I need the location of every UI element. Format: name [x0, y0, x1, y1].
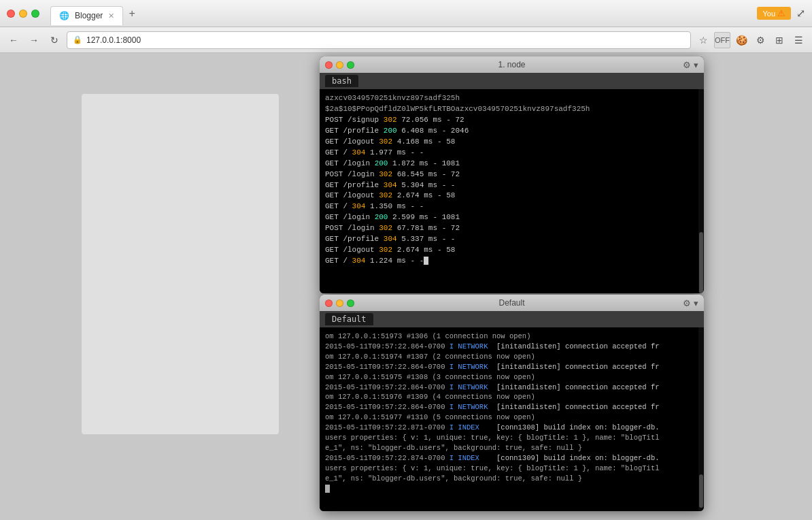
term-line: om 127.0.0.1:51976 #1309 (4 connections …	[325, 392, 698, 402]
term-line: om 127.0.0.1:51975 #1308 (3 connections …	[325, 372, 698, 383]
term-line: 2015-05-11T09:57:22.874-0700 I INDEX [co…	[325, 453, 698, 464]
settings-icon-button[interactable]: ⚙	[752, 32, 768, 48]
bookmark-button[interactable]: ☆	[695, 32, 711, 48]
scrollbar-track-2[interactable]	[698, 327, 704, 511]
term-line: 2015-05-11T09:57:22.864-0700 I NETWORK […	[325, 362, 698, 372]
terminal-tab-bar-1: bash	[320, 73, 704, 89]
term-line: GET / 304 1.350 ms - -	[325, 201, 698, 212]
browser-content: 1. node ⚙ ▾ bash azxcv0349570251knvz897s…	[0, 53, 812, 520]
gear-icon[interactable]: ⚙	[683, 60, 691, 70]
terminal-titlebar-2: Default ⚙ ▾	[320, 295, 704, 311]
terminal-body-1[interactable]: azxcv0349570251knvz897sadf325h $2a$10$PP…	[320, 89, 704, 293]
browser-toolbar: ← → ↻ 🔒 127.0.0.1:8000 ☆ OFF 🍪 ⚙ ⊞ ☰	[0, 27, 812, 53]
term-line: GET /logout 302 2.674 ms - 58	[325, 191, 698, 201]
term-line: azxcv0349570251knvz897sadf325h	[325, 93, 698, 104]
menu-button[interactable]: ☰	[790, 32, 807, 48]
term-fullscreen-button-2[interactable]	[347, 299, 354, 307]
term-line: GET /profile 304 5.337 ms - -	[325, 234, 698, 245]
term-line: $2a$10$PPopQdfldZ0lWP5kfLRTBOazxcv034957…	[325, 104, 698, 115]
terminal-title-2: Default	[498, 298, 524, 308]
term-line: 2015-05-11T09:57:22.864-0700 I NETWORK […	[325, 383, 698, 393]
term-window-buttons-2	[325, 299, 354, 307]
chevron-down-icon-2[interactable]: ▾	[694, 298, 698, 308]
default-tab[interactable]: Default	[325, 313, 373, 325]
term-line: GET /profile 200 6.408 ms - 2046	[325, 126, 698, 137]
term-minimize-button[interactable]	[336, 61, 343, 69]
fullscreen-button[interactable]: ⤢	[796, 7, 805, 20]
scrollbar-thumb-1	[699, 232, 703, 293]
term-line: 2015-05-11T09:57:22.871-0700 I INDEX [co…	[325, 423, 698, 433]
bash-tab[interactable]: bash	[325, 75, 358, 87]
new-tab-button[interactable]: +	[126, 7, 137, 20]
url-text: 127.0.0.1:8000	[86, 35, 141, 45]
term-cursor-line	[325, 484, 698, 494]
term-line: GET / 304 1.224 ms - -	[325, 256, 698, 267]
terminal-title-1: 1. node	[498, 60, 525, 69]
address-bar[interactable]: 🔒 127.0.0.1:8000	[67, 31, 691, 49]
address-lock-icon: 🔒	[73, 35, 82, 44]
tab-title: Blogger	[75, 11, 103, 20]
term-line: e_1", ns: "blogger-db.users", background…	[325, 474, 698, 484]
back-button[interactable]: ←	[5, 32, 22, 48]
terminal-tab-bar-2: Default	[320, 311, 704, 327]
forward-button[interactable]: →	[26, 32, 42, 48]
scrollbar-track-1[interactable]	[698, 89, 704, 293]
window-buttons	[7, 10, 39, 18]
term-line: GET /logout 302 4.168 ms - 58	[325, 137, 698, 148]
extensions-off-button[interactable]: OFF	[714, 32, 730, 48]
term-close-button-2[interactable]	[325, 299, 333, 307]
term-line: GET /profile 304 5.304 ms - -	[325, 180, 698, 191]
term-line: GET / 304 1.977 ms - -	[325, 148, 698, 159]
term-fullscreen-button[interactable]	[347, 61, 354, 69]
toolbar-right: ☆ OFF 🍪 ⚙ ⊞ ☰	[695, 32, 807, 48]
browser-titlebar: 🌐 Blogger ✕ + You ⚠ ⤢	[0, 0, 812, 27]
terminal-titlebar-1: 1. node ⚙ ▾	[320, 56, 704, 73]
maximize-button[interactable]	[31, 10, 39, 18]
terminal-container: 1. node ⚙ ▾ bash azxcv0349570251knvz897s…	[320, 56, 704, 511]
term-line: POST /login 302 68.545 ms - 72	[325, 169, 698, 180]
term-line: POST /signup 302 72.056 ms - 72	[325, 115, 698, 126]
terminal-gear-1: ⚙ ▾	[683, 60, 698, 70]
terminal-window-node: 1. node ⚙ ▾ bash azxcv0349570251knvz897s…	[320, 56, 704, 293]
term-line	[325, 267, 698, 278]
term-line: om 127.0.0.1:51974 #1307 (2 connections …	[325, 352, 698, 362]
close-button[interactable]	[7, 10, 15, 18]
terminal-window-default: Default ⚙ ▾ Default om 127.0.0.1:51973 #…	[320, 295, 704, 511]
term-line: 2015-05-11T09:57:22.864-0700 I NETWORK […	[325, 402, 698, 412]
tab-close-button[interactable]: ✕	[108, 12, 114, 20]
browser-tab[interactable]: 🌐 Blogger ✕	[50, 6, 123, 25]
term-line: om 127.0.0.1:51977 #1310 (5 connections …	[325, 412, 698, 423]
multiscreen-button[interactable]: ⊞	[771, 32, 788, 48]
gear-icon-2[interactable]: ⚙	[683, 298, 691, 308]
term-window-buttons	[325, 61, 354, 69]
warning-icon: ⚠	[777, 8, 785, 18]
term-line: e_1", ns: "blogger-db.users", background…	[325, 443, 698, 453]
terminal-body-2[interactable]: om 127.0.0.1:51973 #1306 (1 connection n…	[320, 327, 704, 511]
you-label: You	[762, 10, 775, 18]
you-badge: You ⚠	[757, 7, 791, 20]
term-line: POST /login 302 67.781 ms - 72	[325, 223, 698, 234]
term-line: om 127.0.0.1:51973 #1306 (1 connection n…	[325, 331, 698, 342]
term-line: users properties: { v: 1, unique: true, …	[325, 464, 698, 474]
page-content-placeholder	[82, 94, 279, 434]
scrollbar-thumb-2	[699, 474, 703, 508]
tab-bar: 🌐 Blogger ✕ +	[50, 0, 138, 27]
term-line: users properties: { v: 1, unique: true, …	[325, 433, 698, 443]
cookie-button[interactable]: 🍪	[733, 32, 749, 48]
term-line: GET /login 200 2.599 ms - 1081	[325, 212, 698, 223]
term-line: 2015-05-11T09:57:22.864-0700 I NETWORK […	[325, 342, 698, 352]
term-line: GET /logout 302 2.674 ms - 58	[325, 245, 698, 256]
chevron-down-icon[interactable]: ▾	[694, 60, 698, 70]
minimize-button[interactable]	[19, 10, 27, 18]
tab-favicon: 🌐	[59, 11, 69, 20]
term-line: GET /login 200 1.872 ms - 1081	[325, 159, 698, 169]
refresh-button[interactable]: ↻	[46, 32, 63, 48]
term-close-button[interactable]	[325, 61, 333, 69]
term-minimize-button-2[interactable]	[336, 299, 343, 307]
terminal-gear-2: ⚙ ▾	[683, 298, 698, 308]
